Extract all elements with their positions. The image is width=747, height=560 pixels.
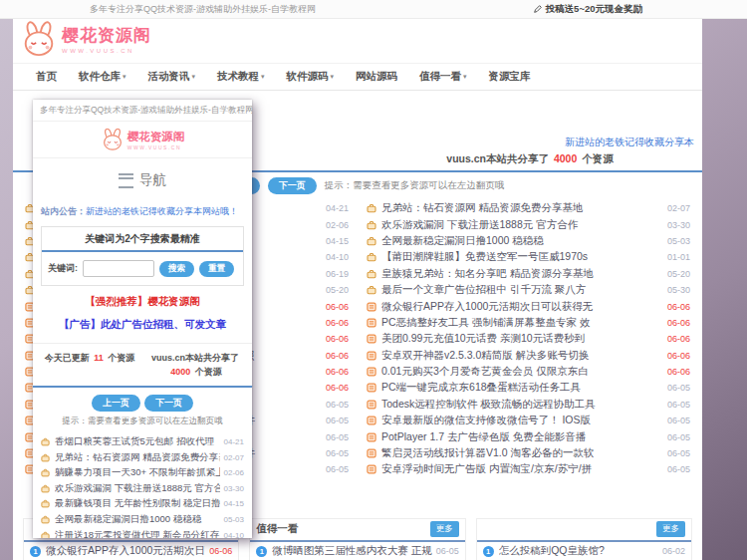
list-item[interactable]: 躺赚暴力项目一天30+ 不限制年龄抓紧上车 02-06 — [41, 465, 244, 481]
nav-item[interactable]: 资源宝库 ▾ — [478, 70, 542, 84]
list-item[interactable]: PC恶搞整好友工具 强制铺满屏幕整蛊专家 效 06-06 — [367, 315, 690, 331]
ad-slot-link[interactable]: 【广告】此处广告位招租、可发文章 — [33, 318, 252, 332]
bottom-box-3: 更多 1 怎么投稿到QQ皇族馆? 06-02 — [476, 518, 692, 560]
briefcase-icon — [41, 453, 50, 462]
list-item[interactable]: 香烟口粮芙蓉王试货5元包邮 招收代理 04-21 — [41, 434, 244, 450]
panel-site-logo[interactable]: 樱花资源阁 WWW.VUUS.CN — [33, 122, 252, 158]
item-date: 06-06 — [326, 367, 349, 377]
panel-nav-toggle[interactable]: 导航 — [33, 158, 252, 205]
list-item[interactable]: 最后一个文章广告位招租中 引千万流 聚八方 05-30 — [367, 282, 690, 298]
item-title: 全网最新稳定漏洞日撸1000 稳稳稳 — [381, 234, 663, 248]
list-item[interactable]: 微众银行APP存入1000元活期次日可以获得无 06-06 — [367, 298, 690, 314]
item-title: PotPlayer 1.7 去广告绿色版 免费全能影音播 — [381, 430, 663, 444]
item-date: 06-06 — [326, 334, 349, 344]
item-date: 06-06 — [326, 383, 349, 393]
search-button[interactable]: 搜索 — [159, 261, 194, 277]
item-date: 02-06 — [326, 220, 349, 230]
briefcase-icon — [367, 252, 376, 262]
item-date: 06-05 — [326, 416, 349, 425]
item-date: 03-30 — [667, 220, 690, 230]
briefcase-icon — [367, 203, 376, 213]
list-item[interactable]: 安卓最新版的微信支持修改微信号了！ IOS版 06-05 — [367, 413, 690, 428]
list-item[interactable]: 繁启灵活动线报计算器V1.0 淘客必备的一款软 06-05 — [367, 445, 690, 461]
list-item[interactable]: 兄弟站：钻石资源网 精品资源免费分享基地 02-07 — [41, 449, 244, 465]
chevron-down-icon: ▾ — [123, 73, 126, 81]
rank-1-badge: 1 — [256, 546, 267, 557]
box-icon — [367, 351, 376, 361]
item-title: 微博晒图第三届性感内衣大赛 正规美图等你欣赏 — [272, 544, 431, 558]
bunny-logo-icon — [101, 129, 124, 150]
bottom-box-worth-a-look: 值得一看 更多 1 微博晒图第三届性感内衣大赛 正规美图等你欣赏 06-05 — [249, 518, 465, 560]
submit-reward-link[interactable]: 投稿送5~20元现金奖励 — [533, 0, 642, 18]
nav-item[interactable]: 软件仓库 ▾ — [68, 70, 137, 84]
nav-item[interactable]: 技术教程 ▾ — [206, 70, 276, 84]
list-item[interactable]: 欢乐游戏漏洞 下载注册送1888元 官方合作 03-30 — [367, 216, 690, 232]
item-date: 06-06 — [209, 546, 232, 556]
nav-item-label: 网站源码 — [356, 70, 397, 84]
nav-item[interactable]: 首页 ▾ — [25, 70, 68, 84]
list-item[interactable]: 皇族猿兄弟站：知名分享吧 精品资源分享基地 05-20 — [367, 266, 690, 282]
pen-icon — [533, 4, 543, 14]
item-title: 安卓双开神器v2.5.3.0精简版 解决多账号切换 — [381, 349, 663, 363]
next-page-button[interactable]: 下一页 — [268, 177, 317, 194]
panel-slogan: 多年专注分享QQ技术资源-游戏辅助外挂娱乐-自学教程网 — [33, 100, 252, 122]
site-logo[interactable]: 樱花资源阁 WWW.VUUS.CN — [20, 21, 151, 57]
item-date: 05-20 — [326, 285, 349, 295]
keyword-input[interactable] — [83, 260, 154, 277]
nav-item-label: 软件源码 — [287, 70, 329, 84]
list-item[interactable]: 1 怎么投稿到QQ皇族馆? 06-02 — [477, 542, 691, 560]
chevron-down-icon: ▾ — [261, 73, 265, 81]
list-item[interactable]: 注册送18元零投资做代理 新会员分红存 04-10 — [41, 527, 244, 538]
site-url: WWW.VUUS.CN — [62, 48, 151, 54]
item-date: 03-30 — [224, 484, 244, 493]
briefcase-icon — [41, 499, 50, 508]
more-button[interactable]: 更多 — [430, 521, 459, 537]
list-item[interactable]: 美团0.99元充值10元话费 亲测10元话费秒到 06-06 — [367, 331, 690, 347]
reset-button[interactable]: 重置 — [199, 261, 234, 277]
list-item[interactable]: Todesk远程控制软件 极致流畅的远程协助工具 06-05 — [367, 397, 690, 413]
item-date: 06-05 — [667, 464, 690, 474]
briefcase-icon — [367, 285, 376, 295]
list-item[interactable]: PC端一键完成京东618叠蛋糕活动任务工具 06-05 — [367, 380, 690, 396]
list-item[interactable]: 【莆田潮牌鞋服】免费送空军一号匡威1970s 01-01 — [367, 249, 690, 265]
item-title: 怎么投稿到QQ皇族馆? — [499, 544, 658, 558]
item-date: 06-02 — [662, 546, 685, 556]
announcement-text[interactable]: 新进站的老铁记得收藏分享本网站哦！ — [86, 205, 238, 218]
more-button[interactable]: 更多 — [656, 521, 685, 537]
list-item[interactable]: 1 微众银行APP存入1000元活期次日可以获得无门 06-06 — [24, 542, 238, 560]
panel-site-name: 樱花资源阁 — [127, 130, 185, 144]
list-item[interactable]: 兄弟站：钻石资源网 精品资源免费分享基地 02-07 — [367, 200, 690, 216]
item-date: 05-03 — [667, 236, 690, 246]
announcement-label: 站内公告： — [41, 205, 86, 218]
list-item[interactable]: 0.01元购买3个月爱奇艺黄金会员 仅限京东白 06-06 — [367, 364, 690, 380]
nav-item[interactable]: 活动资讯 ▾ — [137, 70, 207, 84]
panel-pagination: 上一页 下一页 提示：需要查看更多资源可以在左边翻页哦 — [33, 388, 252, 432]
prev-page-button[interactable]: 上一页 — [92, 395, 140, 412]
hamburger-icon — [119, 173, 133, 188]
nav-item[interactable]: 软件源码 ▾ — [276, 70, 346, 84]
item-date: 06-05 — [667, 416, 690, 425]
item-date: 01-01 — [667, 252, 690, 262]
list-item[interactable]: 安卓双开神器v2.5.3.0精简版 解决多账号切换 06-06 — [367, 348, 690, 364]
nav-item[interactable]: 网站源码 ▾ — [345, 70, 408, 84]
item-date: 06-06 — [326, 351, 349, 361]
recommend-promo-link[interactable]: 【强烈推荐】樱花资源阁 — [33, 295, 252, 309]
list-item[interactable]: 全网最新稳定漏洞日撸1000 稳稳稳 05-03 — [367, 233, 690, 249]
item-date: 06-05 — [667, 432, 690, 442]
item-date: 02-07 — [224, 453, 244, 462]
list-item[interactable]: PotPlayer 1.7 去广告绿色版 免费全能影音播 06-05 — [367, 428, 690, 444]
nav-item-label: 首页 — [36, 70, 57, 84]
list-item[interactable]: 1 微博晒图第三届性感内衣大赛 正规美图等你欣赏 06-05 — [250, 542, 464, 560]
box-icon — [367, 464, 376, 474]
nav-item[interactable]: 值得一看 ▾ — [408, 70, 478, 84]
list-item[interactable]: 最新赚钱项目 无年龄性别限制 稳定日撸 04-15 — [41, 496, 244, 512]
next-page-button[interactable]: 下一页 — [144, 395, 193, 412]
item-date: 05-30 — [667, 285, 690, 295]
briefcase-icon — [41, 437, 50, 446]
item-date: 06-05 — [326, 400, 349, 410]
list-item[interactable]: 全网最新稳定漏洞日撸1000 稳稳稳 05-03 — [41, 512, 244, 528]
box-icon — [367, 383, 376, 393]
list-item[interactable]: 欢乐游戏漏洞 下载注册送1888元 官方合作 03-30 — [41, 481, 244, 497]
list-item[interactable]: 安卓浮动时间无广告版 内置淘宝/京东/苏宁/拼 06-05 — [367, 461, 690, 477]
item-title: 兄弟站：钻石资源网 精品资源免费分享基地 — [381, 201, 663, 215]
